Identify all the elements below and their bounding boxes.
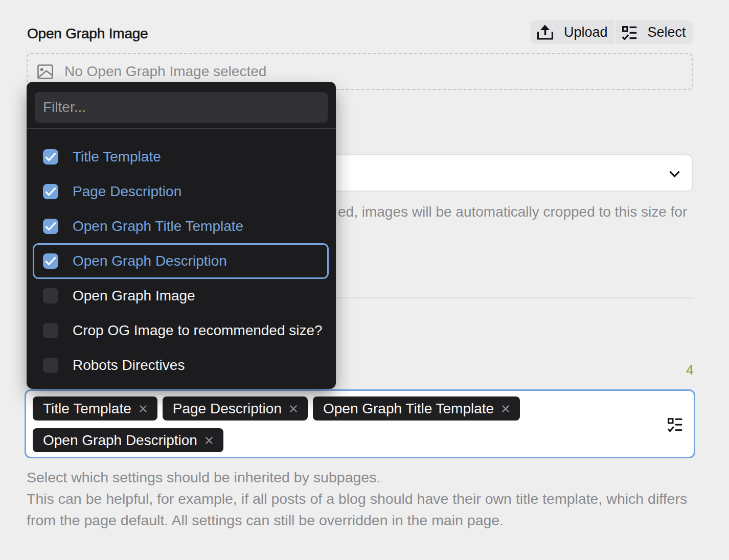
tag: Open Graph Description — [33, 428, 223, 452]
dropdown-item-label: Open Graph Title Template — [73, 218, 243, 235]
tag-label: Open Graph Description — [43, 432, 197, 449]
help-line: Select which settings should be inherite… — [27, 466, 687, 488]
dropdown-item-label: Crop OG Image to recommended size? — [73, 322, 323, 339]
checkbox[interactable] — [43, 358, 58, 373]
filter-input[interactable] — [35, 92, 328, 123]
checklist-icon — [622, 25, 637, 40]
upload-button-label: Upload — [564, 25, 608, 40]
size-help-text: ed, images will be automatically cropped… — [338, 204, 687, 220]
checklist-icon[interactable] — [668, 418, 682, 432]
dropdown-divider — [27, 128, 336, 129]
upload-button[interactable]: Upload — [531, 20, 614, 44]
remove-tag-icon[interactable] — [139, 405, 147, 413]
checkbox[interactable] — [43, 149, 58, 165]
dropdown-item[interactable]: Open Graph Image — [27, 278, 336, 313]
dropdown-item[interactable]: Open Graph Title Template — [27, 209, 336, 244]
remove-tag-icon[interactable] — [289, 405, 298, 413]
checkbox[interactable] — [43, 288, 58, 304]
inherit-tags-input[interactable]: Title Template Page Description Open Gra… — [25, 389, 695, 458]
og-image-placeholder-text: No Open Graph Image selected — [64, 63, 266, 80]
image-icon — [37, 64, 53, 79]
upload-icon — [537, 25, 553, 40]
remove-tag-icon[interactable] — [502, 405, 510, 413]
select-button-label: Select — [648, 25, 686, 40]
inherit-help-text: Select which settings should be inherite… — [27, 466, 687, 531]
dropdown-item[interactable]: Page Description — [27, 174, 336, 209]
chevron-down-icon — [669, 171, 680, 180]
dropdown-item[interactable]: Title Template — [27, 139, 336, 174]
dropdown-item-label: Title Template — [73, 149, 161, 165]
dropdown-items: Title Template Page Description Open Gra — [27, 139, 336, 383]
checkbox[interactable] — [43, 184, 58, 199]
remove-tag-icon[interactable] — [205, 436, 213, 445]
tag-count: 4 — [686, 362, 693, 378]
field-label: Open Graph Image — [27, 26, 148, 42]
help-line: from the page default. All settings can … — [27, 509, 687, 531]
tag-label: Open Graph Title Template — [323, 401, 494, 417]
dropdown-item[interactable]: Robots Directives — [27, 348, 336, 383]
checkbox[interactable] — [43, 253, 58, 269]
dropdown-item-label: Open Graph Image — [73, 288, 195, 304]
settings-dropdown: Title Template Page Description Open Gra — [27, 82, 336, 389]
help-line: This can be helpful, for example, if all… — [27, 488, 687, 509]
tag: Title Template — [33, 396, 157, 421]
dropdown-item-label: Open Graph Description — [73, 253, 227, 269]
field-actions: Upload Select — [531, 20, 693, 44]
dropdown-item-label: Page Description — [73, 183, 181, 200]
dropdown-item[interactable]: Open Graph Description — [27, 244, 336, 278]
tag: Open Graph Title Template — [313, 396, 520, 421]
checkbox[interactable] — [43, 219, 58, 234]
tag-label: Title Template — [43, 401, 131, 417]
tag-label: Page Description — [173, 401, 282, 417]
dropdown-item-label: Robots Directives — [73, 357, 185, 374]
select-button[interactable]: Select — [616, 20, 693, 44]
checkbox[interactable] — [43, 323, 58, 338]
dropdown-item[interactable]: Crop OG Image to recommended size? — [27, 313, 336, 348]
tag: Page Description — [163, 396, 308, 421]
